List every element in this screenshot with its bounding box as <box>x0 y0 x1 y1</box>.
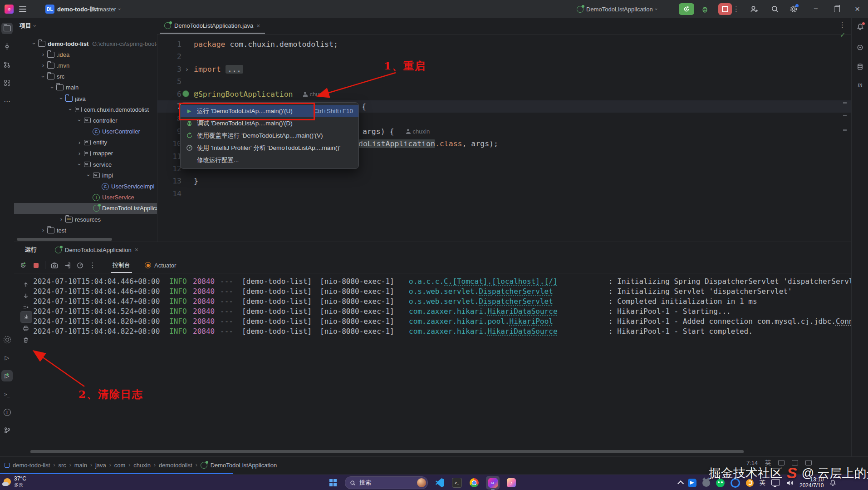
tab-actuator[interactable]: Actuator <box>145 262 176 269</box>
sidebar-item-maven[interactable]: m <box>854 79 866 90</box>
weather-widget[interactable]: 37°C多云 <box>4 476 26 488</box>
menu-item-modify-run-config[interactable]: 修改运行配置... <box>181 154 358 166</box>
spring-bean-gutter-icon[interactable] <box>182 90 189 97</box>
thread-dump-button[interactable] <box>48 260 61 271</box>
hidden-icons-chevron[interactable] <box>677 480 684 487</box>
main-menu-button[interactable] <box>19 0 26 18</box>
tree-item-mapper[interactable]: mapper <box>14 148 157 159</box>
sidebar-item-version-control[interactable] <box>1 425 13 436</box>
taskbar-app-music[interactable]: ♪ <box>506 477 517 488</box>
branch-widget[interactable]: master › <box>89 0 120 18</box>
sidebar-item-structure[interactable] <box>1 77 13 89</box>
breadcrumb-item[interactable]: java <box>95 462 106 469</box>
tree-horizontal-scrollbar[interactable] <box>17 238 112 241</box>
taskbar-app-terminal[interactable] <box>451 477 462 488</box>
sidebar-item-project[interactable] <box>1 23 13 34</box>
chevron-down-icon[interactable] <box>58 95 65 102</box>
tree-item-test[interactable]: test <box>14 225 157 236</box>
sidebar-item-services[interactable] <box>1 352 13 363</box>
sidebar-item-build[interactable] <box>1 334 13 345</box>
breadcrumb-item[interactable]: src <box>58 462 66 469</box>
close-button[interactable] <box>855 0 860 18</box>
taskbar-search[interactable]: 搜索 <box>345 476 428 489</box>
start-button[interactable] <box>328 477 338 488</box>
breadcrumb-item[interactable]: DemoTodoListApplication <box>211 462 277 469</box>
search-everywhere-button[interactable] <box>771 0 779 18</box>
breadcrumb-item[interactable]: chuxin <box>133 462 151 469</box>
chevron-right-icon[interactable] <box>39 227 47 233</box>
logger-link[interactable]: HikariPool <box>510 317 553 326</box>
tree-item-main[interactable]: main <box>14 82 157 93</box>
menu-item-profile[interactable]: 使用 'IntelliJ Profiler' 分析 'DemoTodoListA… <box>181 142 358 154</box>
chevron-down-icon[interactable] <box>39 74 47 80</box>
editor-tab-active[interactable]: DemoTodoListApplication.java × <box>160 18 265 33</box>
tree-item-resources[interactable]: resources <box>14 214 157 225</box>
taskbar-app-chrome[interactable] <box>469 477 480 488</box>
sidebar-item-assistant[interactable] <box>854 42 866 53</box>
more-actions-button[interactable] <box>733 0 740 18</box>
sidebar-item-database[interactable] <box>854 61 866 72</box>
sidebar-item-commit[interactable] <box>1 41 13 52</box>
chevron-right-icon[interactable] <box>76 150 83 157</box>
tree-item-src[interactable]: src <box>14 71 157 82</box>
console-horizontal-scrollbar[interactable] <box>30 450 744 453</box>
logger-link[interactable]: DispatcherServlet <box>479 297 553 306</box>
more-button[interactable] <box>86 260 99 271</box>
chevron-down-icon[interactable] <box>76 161 83 168</box>
tab-console[interactable]: 控制台 <box>111 257 132 273</box>
console-output[interactable]: 2024-07-10T15:04:04.446+08:00INFO20840--… <box>14 277 851 431</box>
tree-item-userserviceimpl[interactable]: UserServiceImpl <box>14 181 157 192</box>
chevron-right-icon[interactable] <box>39 62 47 69</box>
tree-item-usercontroller[interactable]: UserController <box>14 126 157 137</box>
project-panel-header[interactable]: 项目 › <box>20 22 36 30</box>
logger-link[interactable]: HikariDataSource <box>487 307 557 316</box>
inspections-ok-icon[interactable]: ✓ <box>840 31 846 39</box>
taskbar-app-intellij-active[interactable]: IJ <box>486 476 500 490</box>
tree-item-controller[interactable]: controller <box>14 115 157 126</box>
menu-item-run-with-coverage[interactable]: 使用覆盖率运行 'DemoTodoListAp....main()'(V) <box>181 129 358 142</box>
tree-item-idea[interactable]: .idea <box>14 49 157 60</box>
chevron-right-icon[interactable] <box>58 216 65 223</box>
chevron-right-icon[interactable] <box>76 139 83 146</box>
restore-button[interactable] <box>834 0 840 18</box>
rerun-button[interactable] <box>679 0 694 18</box>
rerun-button[interactable] <box>17 260 29 271</box>
tree-item-service[interactable]: service <box>14 159 157 170</box>
tree-item-impl[interactable]: impl <box>14 170 157 181</box>
sidebar-item-pull-requests[interactable] <box>1 59 13 70</box>
minimize-button[interactable] <box>814 0 818 18</box>
breadcrumb-item[interactable]: demo-todo-list <box>13 462 50 469</box>
gauge-button[interactable] <box>74 260 86 271</box>
taskbar-app-vscode[interactable] <box>434 477 445 488</box>
tree-item-userservice[interactable]: UserService <box>14 192 157 203</box>
chevron-down-icon[interactable] <box>67 106 74 113</box>
editor-options-button[interactable] <box>839 21 846 29</box>
exit-button[interactable] <box>61 260 74 271</box>
chevron-down-icon[interactable] <box>30 40 38 47</box>
sidebar-item-run[interactable] <box>1 370 13 381</box>
folded-imports-chip[interactable]: ... <box>226 65 244 74</box>
tray-app-icon[interactable] <box>688 479 696 487</box>
stop-button[interactable] <box>718 0 732 18</box>
close-icon[interactable]: × <box>256 22 260 30</box>
logger-link[interactable]: C.[Tomcat].[localhost].[/] <box>444 277 557 286</box>
sidebar-item-problems[interactable] <box>1 406 13 418</box>
chevron-down-icon[interactable] <box>85 172 92 178</box>
breadcrumb-item[interactable]: com <box>114 462 126 469</box>
tree-item-root[interactable]: demo-todo-listG:\chuxin-cs\spring-boot- <box>14 38 157 49</box>
code-with-me-button[interactable] <box>750 0 758 18</box>
logger-link[interactable]: DispatcherServlet <box>479 287 553 296</box>
chevron-right-icon[interactable] <box>39 51 47 58</box>
logger-link[interactable]: HikariDataSource <box>487 327 557 336</box>
notifications-button[interactable] <box>854 22 866 33</box>
tree-item-entity[interactable]: entity <box>14 137 157 148</box>
run-config-widget[interactable]: DemoTodoListApplication › <box>577 0 657 18</box>
tree-item-java[interactable]: java <box>14 93 157 104</box>
debug-button[interactable] <box>701 0 709 18</box>
breadcrumb-item[interactable]: main <box>74 462 87 469</box>
breadcrumb-item[interactable]: demotodolist <box>159 462 192 469</box>
stop-button[interactable] <box>29 260 42 271</box>
chevron-down-icon[interactable] <box>49 84 56 91</box>
close-icon[interactable]: × <box>135 246 138 253</box>
run-tab[interactable]: DemoTodoListApplication × <box>55 246 138 253</box>
